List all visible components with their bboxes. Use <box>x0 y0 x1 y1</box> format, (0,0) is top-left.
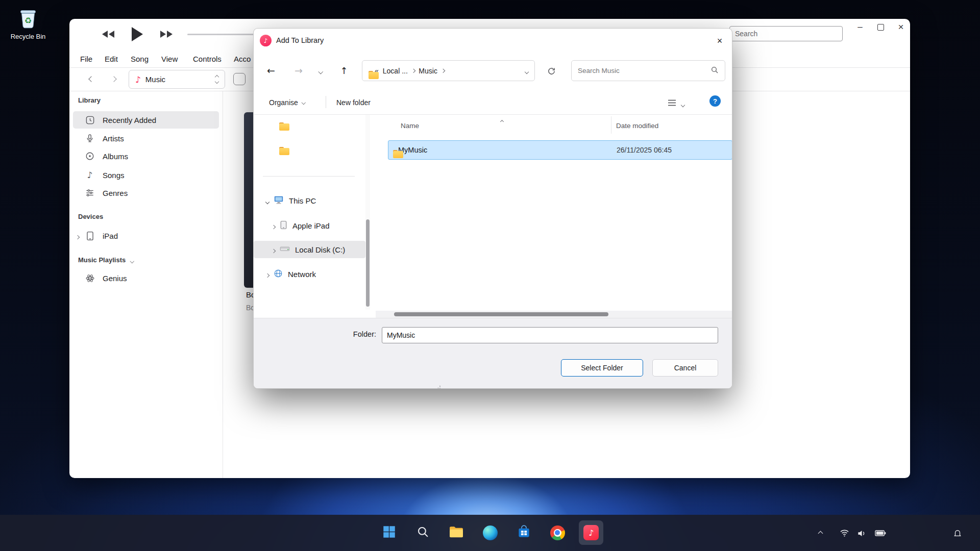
taskbar-store-button[interactable] <box>511 520 536 545</box>
folder-icon <box>279 122 289 131</box>
tree-scrollbar-thumb[interactable] <box>366 219 370 307</box>
new-folder-button[interactable]: New folder <box>336 95 371 110</box>
chevron-right-icon[interactable] <box>266 270 269 279</box>
address-dropdown-icon[interactable] <box>525 67 528 75</box>
window-close-button[interactable]: × <box>893 20 909 34</box>
tree-item-apple-ipad[interactable]: Apple iPad <box>254 217 365 234</box>
menu-song[interactable]: Song <box>128 53 151 66</box>
disclosure-right-icon[interactable] <box>76 232 79 240</box>
tree-item-this-pc[interactable]: This PC <box>254 192 365 209</box>
select-folder-button[interactable]: Select Folder <box>561 359 643 377</box>
sidebar-item-label: iPad <box>103 232 118 240</box>
nav-recent-dropdown[interactable] <box>314 65 327 78</box>
battery-icon[interactable] <box>874 528 887 539</box>
rewind-button[interactable] <box>99 27 117 41</box>
search-icon <box>416 525 429 540</box>
playback-progress-slider[interactable] <box>187 34 255 35</box>
menu-controls[interactable]: Controls <box>190 53 224 66</box>
dialog-footer: Folder: Select Folder Cancel <box>254 318 732 389</box>
help-button[interactable]: ? <box>709 95 721 107</box>
svg-text:♻: ♻ <box>24 16 32 26</box>
nav-back-button[interactable]: ← <box>263 62 279 79</box>
menu-account[interactable]: Acco <box>231 53 253 66</box>
folder-name-input[interactable] <box>382 327 718 343</box>
chevron-right-icon[interactable] <box>272 245 275 254</box>
menu-edit[interactable]: Edit <box>102 53 120 66</box>
sidebar-item-albums[interactable]: Albums <box>73 147 219 165</box>
taskbar-start-button[interactable] <box>377 520 401 545</box>
window-maximize-button[interactable] <box>872 20 889 34</box>
column-header-date-modified[interactable]: Date modified <box>616 122 658 130</box>
taskbar-file-explorer-button[interactable] <box>444 520 469 545</box>
dialog-search-box[interactable] <box>571 60 725 81</box>
sidebar-playlists-header: Music Playlists <box>78 256 133 264</box>
nav-up-button[interactable]: ↑ <box>336 62 352 79</box>
file-row-mymusic[interactable]: MyMusic 26/11/2025 06:45 <box>388 140 732 160</box>
refresh-icon[interactable] <box>544 63 559 79</box>
sidebar-item-artists[interactable]: Artists <box>73 130 219 147</box>
clock-icon <box>84 115 95 125</box>
dialog-search-input[interactable] <box>572 67 710 74</box>
chevron-right-icon <box>411 69 415 73</box>
sidebar-item-genres[interactable]: Genres <box>73 184 219 202</box>
wifi-icon[interactable] <box>838 528 850 539</box>
recycle-bin[interactable]: ♻ Recycle Bin <box>9 6 47 40</box>
view-toggle-icon[interactable] <box>233 73 246 85</box>
sliders-icon <box>84 188 95 197</box>
fast-forward-button[interactable] <box>157 27 176 41</box>
taskbar-edge-button[interactable] <box>478 520 502 545</box>
tree-item-local-disk[interactable]: Local Disk (C:) <box>254 241 365 258</box>
breadcrumb-item-music[interactable]: Music <box>416 64 439 78</box>
tree-item-label: This PC <box>289 196 316 205</box>
tray-overflow-chevron-icon[interactable] <box>814 528 827 539</box>
nav-back-button[interactable] <box>85 72 98 86</box>
menu-view[interactable]: View <box>159 53 180 66</box>
column-divider[interactable] <box>611 116 611 134</box>
windows-logo-icon <box>382 525 396 541</box>
sidebar-item-ipad[interactable]: iPad <box>73 227 219 244</box>
taskbar-search-button[interactable] <box>410 520 435 545</box>
nav-forward-button[interactable]: → <box>290 62 307 79</box>
cancel-button[interactable]: Cancel <box>652 359 718 377</box>
sidebar-item-recently-added[interactable]: Recently Added <box>73 111 219 129</box>
window-minimize-button[interactable]: – <box>852 20 868 34</box>
sidebar-item-label: Recently Added <box>103 116 156 124</box>
play-button[interactable] <box>127 23 148 45</box>
volume-icon[interactable] <box>855 528 868 539</box>
app-search-input[interactable] <box>729 26 843 41</box>
search-icon[interactable] <box>710 66 719 76</box>
taskbar-chrome-button[interactable] <box>545 520 570 545</box>
view-options-dropdown-icon[interactable] <box>681 99 684 109</box>
dialog-close-button[interactable]: × <box>710 33 729 49</box>
view-options-icon[interactable] <box>665 96 678 109</box>
taskbar-music-app-button[interactable]: ♪ <box>579 520 603 545</box>
microsoft-store-icon <box>517 525 531 541</box>
sidebar-divider <box>223 91 223 478</box>
address-bar[interactable]: « Local ... Music <box>362 60 535 81</box>
menu-file[interactable]: File <box>78 53 95 66</box>
file-explorer-icon <box>449 525 464 540</box>
chevron-left-icon <box>88 76 94 82</box>
chevron-down-icon[interactable] <box>266 196 269 205</box>
sidebar-item-label: Artists <box>103 134 124 143</box>
sidebar-item-genius[interactable]: Genius <box>73 269 219 287</box>
tree-item-network[interactable]: Network <box>254 265 365 283</box>
list-scrollbar-track[interactable] <box>376 311 732 318</box>
select-folder-label: Select Folder <box>581 364 623 372</box>
chevron-down-icon[interactable] <box>130 259 134 263</box>
tree-scrollbar-track[interactable] <box>365 115 370 310</box>
resize-grip-icon[interactable] <box>435 384 441 389</box>
list-scrollbar-thumb[interactable] <box>394 312 608 316</box>
tablet-icon <box>84 231 95 241</box>
organise-menu-button[interactable]: Organise <box>269 95 305 110</box>
nav-forward-button[interactable] <box>107 72 120 86</box>
library-section-dropdown[interactable]: ♪ Music <box>129 70 225 89</box>
tree-item-folder[interactable] <box>279 118 289 135</box>
sidebar-item-songs[interactable]: ♪ Songs <box>73 166 219 184</box>
tree-item-folder[interactable] <box>279 142 289 160</box>
chevron-right-icon[interactable] <box>272 221 275 230</box>
column-header-name[interactable]: Name <box>401 122 419 130</box>
notifications-bell-icon[interactable] <box>950 528 965 539</box>
breadcrumb-item-local-disk[interactable]: Local ... <box>381 64 410 78</box>
close-icon: × <box>898 21 903 33</box>
